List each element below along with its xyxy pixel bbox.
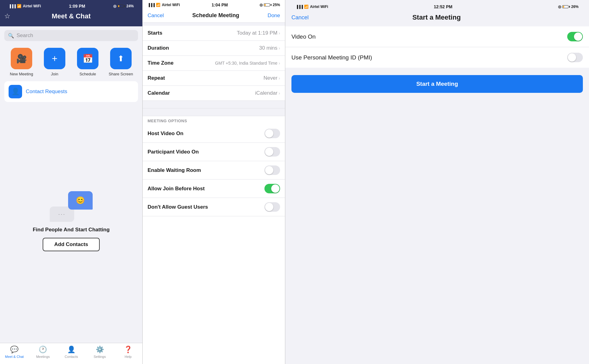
pmi-label: Use Personal Meeting ID (PMI) <box>291 54 372 61</box>
nav-meetings[interactable]: 🕐 Meetings <box>34 346 52 358</box>
nav-help[interactable]: ❓ Help <box>119 346 137 358</box>
video-on-toggle[interactable] <box>567 32 583 41</box>
host-video-row[interactable]: Host Video On <box>143 124 285 143</box>
wifi-icon: 📶 <box>304 5 309 9</box>
signal-icon: ▐▐▐ <box>148 3 155 7</box>
video-on-row[interactable]: Video On <box>285 26 589 47</box>
s1-header: ▐▐▐ 📶 Airtel WiFi 1:09 PM ◎ 24% <box>0 0 142 26</box>
pmi-toggle[interactable] <box>567 53 583 62</box>
s2-battery: ◎ 25% <box>260 3 280 7</box>
search-input[interactable]: Search <box>17 32 33 39</box>
nav-contacts-label: Contacts <box>65 355 78 358</box>
start-meeting-label: Start a Meeting <box>416 81 458 87</box>
s1-carrier: ▐▐▐ 📶 Airtel WiFi <box>9 4 41 8</box>
repeat-label: Repeat <box>148 75 165 81</box>
help-icon: ❓ <box>124 346 132 354</box>
wifi-icon: 📶 <box>17 4 21 8</box>
location-icon: ◎ <box>113 4 116 8</box>
new-meeting-item[interactable]: 🎥 New Meeting <box>8 48 35 76</box>
pmi-row[interactable]: Use Personal Meeting ID (PMI) <box>285 47 589 68</box>
s1-title-row: ☆ Meet & Chat <box>4 10 138 23</box>
blue-bubble: 😊 <box>68 191 93 210</box>
s3-page-title: Start a Meeting <box>412 13 461 21</box>
share-screen-button[interactable]: ⬆ <box>110 48 132 69</box>
wifi-icon: 📶 <box>156 3 160 7</box>
schedule-title: Schedule Meeting <box>192 12 239 19</box>
no-guest-row[interactable]: Don't Allow Guest Users <box>143 198 285 216</box>
s1-time: 1:09 PM <box>69 4 85 9</box>
chat-tagline: Find People And Start Chatting <box>33 227 110 233</box>
duration-label: Duration <box>148 45 169 51</box>
location-icon: ◎ <box>260 3 263 7</box>
s3-status-bar-wrap: ▐▐▐ 📶 Airtel WiFi 12:52 PM ◎ 26% <box>285 0 589 11</box>
chevron-icon: › <box>279 46 280 51</box>
new-meeting-label: New Meeting <box>10 72 33 76</box>
nav-meet-chat[interactable]: 💬 Meet & Chat <box>5 346 24 358</box>
duration-row[interactable]: Duration 30 mins › <box>143 41 285 56</box>
timezone-row[interactable]: Time Zone GMT +5:30, India Standard Time… <box>143 56 285 71</box>
s2-nav: Cancel Schedule Meeting Done <box>143 10 285 23</box>
new-meeting-button[interactable]: 🎥 <box>11 48 32 69</box>
join-before-host-row[interactable]: Allow Join Before Host <box>143 180 285 198</box>
top-spacer <box>143 23 285 26</box>
starts-row[interactable]: Starts Today at 1:19 PM › <box>143 26 285 41</box>
participant-video-label: Participant Video On <box>148 149 199 155</box>
schedule-label: Schedule <box>79 72 96 76</box>
s1-status-bar: ▐▐▐ 📶 Airtel WiFi 1:09 PM ◎ 24% <box>4 2 138 10</box>
schedule-button[interactable]: 📅 <box>77 48 98 69</box>
host-video-toggle[interactable] <box>264 129 280 138</box>
chat-illustration: ··· 😊 Find People And Start Chatting Add… <box>0 106 142 343</box>
cancel-button[interactable]: Cancel <box>148 13 164 19</box>
nav-meetings-label: Meetings <box>36 355 50 358</box>
screen-schedule: ▐▐▐ 📶 Airtel WiFi 1:04 PM ◎ 25% Cancel S… <box>143 0 285 364</box>
contact-icon: 👤 <box>9 85 22 98</box>
screen-start-meeting: ▐▐▐ 📶 Airtel WiFi 12:52 PM ◎ 26% <box>285 0 589 364</box>
join-before-host-toggle[interactable] <box>264 184 280 193</box>
no-guest-toggle[interactable] <box>264 202 280 212</box>
waiting-room-label: Enable Waiting Room <box>148 167 201 173</box>
join-item[interactable]: + Join <box>41 48 68 76</box>
waiting-room-row[interactable]: Enable Waiting Room <box>143 161 285 180</box>
nav-settings[interactable]: ⚙️ Settings <box>90 346 109 358</box>
share-screen-item[interactable]: ⬆ Share Screen <box>107 48 135 76</box>
section-gap-2 <box>143 108 285 116</box>
nav-contacts[interactable]: 👤 Contacts <box>62 346 81 358</box>
s3-carrier: ▐▐▐ 📶 Airtel WiFi <box>296 5 328 9</box>
participant-video-row[interactable]: Participant Video On <box>143 143 285 161</box>
s3-cancel-button[interactable]: Cancel <box>291 14 309 21</box>
share-screen-label: Share Screen <box>109 72 133 76</box>
calendar-row[interactable]: Calendar iCalendar › <box>143 86 285 101</box>
action-row: 🎥 New Meeting + Join 📅 Schedule ⬆ <box>0 45 142 78</box>
repeat-row[interactable]: Repeat Never › <box>143 71 285 86</box>
s2-time: 1:04 PM <box>212 2 228 7</box>
chevron-icon: › <box>279 31 280 36</box>
add-contacts-button[interactable]: Add Contacts <box>43 238 100 251</box>
star-icon[interactable]: ☆ <box>4 12 10 20</box>
schedule-item[interactable]: 📅 Schedule <box>74 48 102 76</box>
section-gap <box>143 101 285 108</box>
battery-icon <box>117 5 125 8</box>
search-bar[interactable]: 🔍 Search <box>4 30 138 41</box>
waiting-room-toggle[interactable] <box>264 165 280 175</box>
dots-icon: ··· <box>58 211 66 218</box>
participant-video-toggle[interactable] <box>264 147 280 157</box>
repeat-value: Never › <box>264 75 280 81</box>
meeting-options-header: MEETING OPTIONS <box>143 116 285 124</box>
join-button[interactable]: + <box>44 48 65 69</box>
nav-meet-chat-label: Meet & Chat <box>5 355 24 358</box>
s3-battery: ◎ 26% <box>558 5 579 9</box>
bottom-nav: 💬 Meet & Chat 🕐 Meetings 👤 Contacts ⚙️ S… <box>0 343 142 364</box>
duration-value: 30 mins › <box>259 45 280 51</box>
contact-requests-row[interactable]: 👤 Contact Requests <box>4 81 138 102</box>
contact-requests-label: Contact Requests <box>26 89 67 95</box>
s3-options-area: Video On Use Personal Meeting ID (PMI) <box>285 26 589 68</box>
timezone-value: GMT +5:30, India Standard Time › <box>215 61 280 66</box>
done-button[interactable]: Done <box>268 13 280 19</box>
location-icon: ◎ <box>558 5 561 9</box>
contacts-icon: 👤 <box>67 346 75 354</box>
signal-icon: ▐▐▐ <box>9 4 16 8</box>
battery-icon <box>264 3 271 6</box>
camera-icon: 🎥 <box>16 54 27 64</box>
start-meeting-button[interactable]: Start a Meeting <box>291 75 583 93</box>
calendar-icon: 📅 <box>83 54 93 64</box>
